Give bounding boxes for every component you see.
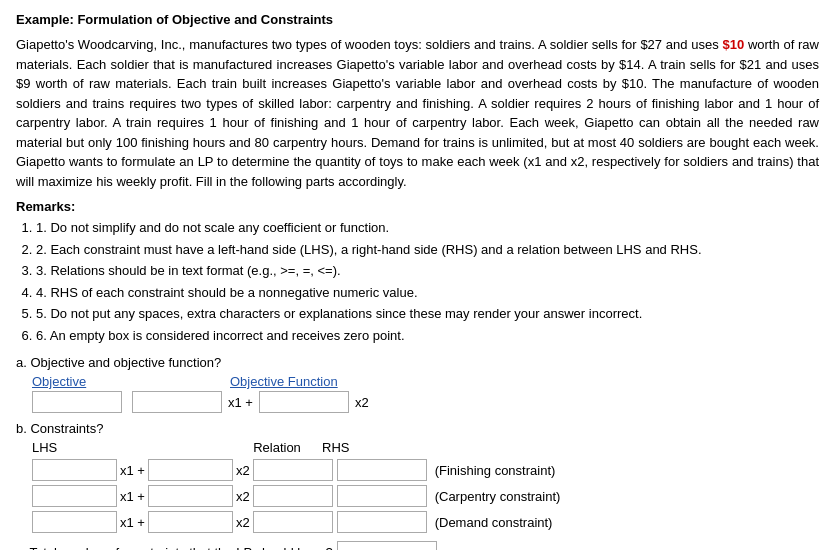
x2-label: x2 <box>355 395 369 410</box>
section-c-row: c. Total number of constraints that the … <box>16 541 819 550</box>
remarks-title: Remarks: <box>16 199 819 214</box>
finishing-lhs-x1-coeff[interactable] <box>32 459 117 481</box>
total-constraints-input[interactable] <box>337 541 437 550</box>
col-rhs-header: RHS <box>322 440 422 455</box>
demand-lhs-x2-coeff[interactable] <box>148 511 233 533</box>
finishing-x2-label: x2 <box>236 463 250 478</box>
section-b-label: b. Constraints? <box>16 421 819 436</box>
demand-lhs-x1-coeff[interactable] <box>32 511 117 533</box>
carpentry-x1-label: x1 + <box>120 489 145 504</box>
carpentry-lhs-x2-coeff[interactable] <box>148 485 233 507</box>
remark-3: 3. Relations should be in text format (e… <box>36 261 819 281</box>
constraint-row-carpentry: x1 + x2 (Carpentry constraint) <box>32 485 819 507</box>
remark-1: 1. Do not simplify and do not scale any … <box>36 218 819 238</box>
finishing-lhs-x2-coeff[interactable] <box>148 459 233 481</box>
remark-5: 5. Do not put any spaces, extra characte… <box>36 304 819 324</box>
section-a: a. Objective and objective function? Obj… <box>16 355 819 413</box>
section-c-label: c. Total number of constraints that the … <box>16 545 333 551</box>
remarks-list: 1. Do not simplify and do not scale any … <box>36 218 819 345</box>
remark-6: 6. An empty box is considered incorrect … <box>36 326 819 346</box>
col-lhs-header: LHS <box>32 440 232 455</box>
objective-input-row: x1 + x2 <box>32 391 819 413</box>
carpentry-lhs-x1-coeff[interactable] <box>32 485 117 507</box>
demand-x2-label: x2 <box>236 515 250 530</box>
remark-2: 2. Each constraint must have a left-hand… <box>36 240 819 260</box>
obj-func-x2-coeff[interactable] <box>259 391 349 413</box>
finishing-label: (Finishing constraint) <box>435 463 556 478</box>
page-title: Example: Formulation of Objective and Co… <box>16 12 819 27</box>
constraints-header: LHS Relation RHS <box>32 440 819 455</box>
carpentry-label: (Carpentry constraint) <box>435 489 561 504</box>
constraint-row-demand: x1 + x2 (Demand constraint) <box>32 511 819 533</box>
section-b: b. Constraints? LHS Relation RHS x1 + x2… <box>16 421 819 533</box>
section-a-label: a. Objective and objective function? <box>16 355 819 370</box>
demand-relation[interactable] <box>253 511 333 533</box>
section-c: c. Total number of constraints that the … <box>16 541 819 550</box>
demand-label: (Demand constraint) <box>435 515 553 530</box>
problem-description: Giapetto's Woodcarving, Inc., manufactur… <box>16 35 819 191</box>
x1-label: x1 + <box>228 395 253 410</box>
carpentry-relation[interactable] <box>253 485 333 507</box>
constraints-container: LHS Relation RHS x1 + x2 (Finishing cons… <box>32 440 819 533</box>
demand-x1-label: x1 + <box>120 515 145 530</box>
objective-input[interactable] <box>32 391 122 413</box>
carpentry-x2-label: x2 <box>236 489 250 504</box>
carpentry-rhs[interactable] <box>337 485 427 507</box>
demand-rhs[interactable] <box>337 511 427 533</box>
finishing-relation[interactable] <box>253 459 333 481</box>
col-relation-header: Relation <box>232 440 322 455</box>
remark-4: 4. RHS of each constraint should be a no… <box>36 283 819 303</box>
obj-header-function: Objective Function <box>230 374 350 389</box>
obj-func-x1-coeff[interactable] <box>132 391 222 413</box>
main-container: Example: Formulation of Objective and Co… <box>16 12 819 550</box>
finishing-rhs[interactable] <box>337 459 427 481</box>
obj-header-objective: Objective <box>32 374 122 389</box>
constraint-row-finishing: x1 + x2 (Finishing constraint) <box>32 459 819 481</box>
finishing-x1-label: x1 + <box>120 463 145 478</box>
obj-header-row: Objective Objective Function <box>32 374 819 389</box>
